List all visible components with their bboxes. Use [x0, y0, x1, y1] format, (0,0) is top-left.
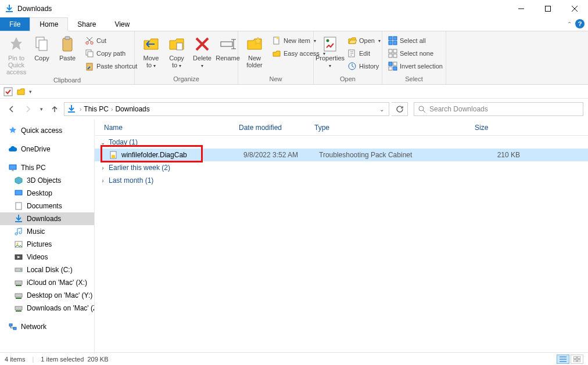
cut-button[interactable]: Cut [83, 35, 139, 46]
group-earlier-this-week[interactable]: › Earlier this week (2) [95, 161, 588, 174]
search-box[interactable] [414, 102, 583, 116]
copy-path-button[interactable]: Copy path [83, 48, 139, 59]
nav-this-pc[interactable]: This PC [0, 161, 94, 174]
svg-rect-31 [9, 165, 16, 169]
address-bar[interactable]: › This PC › Downloads ⌄ [64, 102, 389, 116]
nav-icloud-drive[interactable]: iCloud on 'Mac' (X:) [0, 276, 94, 289]
svg-rect-0 [546, 6, 551, 12]
folder-icon[interactable] [16, 87, 26, 96]
select-none-button[interactable]: Select none [386, 48, 445, 59]
nav-desktop[interactable]: Desktop [0, 187, 94, 200]
address-bar-dropdown[interactable]: ⌄ [377, 106, 386, 113]
group-label-open: Open [317, 75, 378, 83]
ribbon-collapse-caret[interactable]: ⌃ [567, 21, 572, 27]
status-bar: 4 items | 1 item selected 209 KB [0, 352, 588, 365]
invert-selection-button[interactable]: Invert selection [386, 60, 445, 72]
details-view-button[interactable] [557, 355, 569, 364]
breadcrumb-this-pc[interactable]: This PC [84, 105, 109, 113]
paste-shortcut-icon [85, 62, 94, 71]
pin-to-quick-access-button[interactable]: Pin to Quick access [3, 34, 29, 77]
svg-rect-40 [15, 294, 22, 297]
thumbnails-view-button[interactable] [571, 355, 583, 364]
history-icon [347, 62, 357, 71]
downloads-icon [67, 104, 76, 114]
qat-dropdown-caret[interactable]: ▾ [29, 89, 32, 95]
nav-back-button[interactable] [5, 102, 19, 116]
nav-videos[interactable]: Videos [0, 251, 94, 263]
pin-icon [7, 35, 26, 53]
nav-onedrive[interactable]: OneDrive [0, 143, 94, 156]
column-header-date[interactable]: Date modified [239, 124, 314, 132]
close-button[interactable] [561, 0, 588, 17]
column-header-name[interactable]: Name [104, 124, 239, 132]
select-all-icon [388, 36, 397, 45]
svg-rect-41 [15, 306, 22, 310]
minimize-button[interactable] [508, 0, 535, 17]
navigation-pane: Quick access OneDrive This PC 3D Objects… [0, 120, 95, 353]
open-button[interactable]: Open ▾ [345, 35, 383, 46]
paste-shortcut-button[interactable]: Paste shortcut [83, 60, 139, 72]
network-icon [8, 322, 17, 331]
svg-rect-47 [578, 356, 580, 359]
maximize-button[interactable] [535, 0, 561, 17]
status-selection: 1 item selected 209 KB [41, 356, 108, 363]
svg-rect-32 [15, 190, 22, 195]
group-label-select: Select [386, 75, 442, 83]
column-header-size[interactable]: Size [475, 124, 521, 132]
nav-downloads[interactable]: Downloads [0, 212, 94, 225]
ribbon-tab-bar: File Home Share View ⌃ ? [0, 17, 588, 31]
copy-to-button[interactable]: Copy to ▾ [164, 34, 189, 71]
nav-up-button[interactable] [48, 102, 62, 116]
nav-downloads-mac-drive[interactable]: Downloads on 'Mac' (Z:) [0, 302, 94, 315]
paste-button[interactable]: Paste [55, 34, 80, 63]
group-last-month[interactable]: › Last month (1) [95, 174, 588, 187]
new-folder-button[interactable]: New folder [242, 34, 267, 70]
tab-file[interactable]: File [0, 17, 30, 31]
tab-view[interactable]: View [105, 17, 139, 31]
nav-pictures[interactable]: Pictures [0, 238, 94, 251]
breadcrumb-downloads[interactable]: Downloads [115, 105, 149, 113]
nav-network[interactable]: Network [0, 320, 94, 333]
tab-home[interactable]: Home [30, 17, 68, 31]
edit-button[interactable]: Edit [345, 48, 383, 59]
copy-button[interactable]: Copy [29, 34, 55, 63]
svg-rect-4 [65, 37, 70, 39]
chevron-right-icon[interactable]: › [111, 106, 113, 113]
refresh-button[interactable] [392, 102, 408, 116]
window-title: Downloads [17, 5, 508, 13]
delete-button[interactable]: Delete ▾ [189, 34, 215, 71]
column-header-type[interactable]: Type [314, 124, 475, 132]
history-button[interactable]: History [345, 60, 383, 72]
group-today[interactable]: ⌄ Today (1) [95, 136, 588, 149]
properties-icon [321, 35, 339, 53]
nav-documents[interactable]: Documents [0, 200, 94, 212]
move-to-icon [142, 35, 160, 53]
group-label-clipboard: Clipboard [3, 77, 131, 84]
chevron-down-icon: ⌄ [99, 139, 106, 146]
tab-share[interactable]: Share [68, 17, 105, 31]
move-to-button[interactable]: Move to ▾ [138, 34, 164, 71]
ribbon-help-area: ⌃ ? [567, 19, 585, 28]
help-icon[interactable]: ? [575, 19, 585, 28]
rename-button[interactable]: Rename [215, 34, 241, 63]
nav-recent-caret[interactable]: ▾ [37, 102, 45, 116]
select-all-button[interactable]: Select all [386, 35, 445, 46]
chevron-right-icon[interactable]: › [80, 106, 81, 113]
quick-access-toolbar: ▾ [0, 85, 588, 99]
nav-desktop-mac-drive[interactable]: Desktop on 'Mac' (Y:) [0, 289, 94, 302]
svg-rect-2 [39, 40, 47, 50]
downloads-icon [5, 4, 14, 13]
column-headers: Name Date modified Type Size [95, 120, 588, 136]
svg-point-6 [91, 42, 93, 44]
checkbox-icon[interactable] [3, 87, 13, 96]
nav-forward-button[interactable] [21, 102, 35, 116]
nav-3d-objects[interactable]: 3D Objects [0, 174, 94, 187]
properties-button[interactable]: Properties ▾ [317, 34, 343, 71]
chevron-down-icon: ▾ [378, 38, 381, 44]
nav-quick-access[interactable]: Quick access [0, 124, 94, 137]
file-date: 9/8/2022 3:52 AM [243, 151, 319, 159]
nav-music[interactable]: Music [0, 225, 94, 238]
search-input[interactable] [429, 105, 579, 113]
file-row[interactable]: winfilefolder.DiagCab 9/8/2022 3:52 AM T… [95, 149, 588, 161]
nav-local-disk-c[interactable]: Local Disk (C:) [0, 263, 94, 276]
